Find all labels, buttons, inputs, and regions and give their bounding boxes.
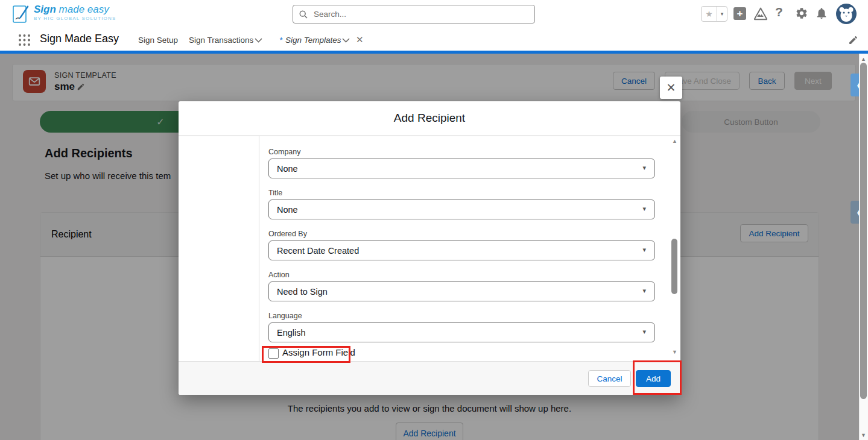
- quick-create-icon[interactable]: +: [733, 7, 746, 20]
- trailhead-icon[interactable]: [753, 6, 768, 22]
- dropdown-caret-icon: ▾: [642, 288, 646, 294]
- page-scrollbar-thumb[interactable]: [860, 63, 867, 399]
- setup-gear-icon[interactable]: [795, 7, 808, 20]
- chevron-down-icon[interactable]: [342, 38, 350, 43]
- modal-scroll-down-icon[interactable]: ▼: [672, 350, 677, 355]
- unsaved-marker: *: [279, 36, 282, 45]
- app-name[interactable]: Sign Made Easy: [40, 33, 119, 45]
- action-label: Action: [268, 271, 290, 279]
- logo-text: Sign made easy BY HIC GLOBAL SOLUTIONS: [34, 4, 116, 21]
- scroll-down-arrow-icon[interactable]: ▼: [861, 432, 866, 438]
- global-search[interactable]: [293, 5, 535, 24]
- favorites-control: ★ ▾: [701, 6, 727, 22]
- screen: Sign made easy BY HIC GLOBAL SOLUTIONS ★…: [0, 0, 868, 440]
- title-select[interactable]: None ▾: [268, 200, 655, 219]
- ordered-by-select[interactable]: Recent Date Created ▾: [268, 240, 655, 260]
- avatar[interactable]: [836, 4, 857, 24]
- logo-title: Sign made easy: [34, 4, 116, 15]
- ordered-by-value: Recent Date Created: [277, 246, 359, 256]
- sign-made-easy-logo-icon: [12, 4, 30, 24]
- annotation-checkbox-highlight: [262, 346, 350, 363]
- action-value: Need to Sign: [277, 287, 328, 297]
- action-select[interactable]: Need to Sign ▾: [268, 281, 655, 301]
- tab-sign-setup[interactable]: Sign Setup: [138, 36, 178, 45]
- search-input[interactable]: [312, 9, 528, 19]
- modal-cancel-button[interactable]: Cancel: [588, 370, 631, 387]
- modal-title: Add Recipient: [179, 101, 680, 136]
- modal-body-divider: [259, 136, 259, 362]
- notification-bell-icon[interactable]: [815, 7, 828, 20]
- add-recipient-modal: Add Recipient Company None ▾ Title None …: [179, 101, 680, 395]
- title-label: Title: [268, 189, 282, 197]
- tab-sign-transactions[interactable]: Sign Transactions: [189, 36, 253, 45]
- dropdown-caret-icon: ▾: [642, 247, 646, 253]
- app-launcher-icon[interactable]: [18, 34, 31, 46]
- search-icon: [299, 10, 308, 19]
- dropdown-caret-icon: ▾: [642, 206, 646, 212]
- favorites-dropdown-icon[interactable]: ▾: [717, 7, 727, 21]
- global-header: Sign made easy BY HIC GLOBAL SOLUTIONS ★…: [0, 0, 868, 28]
- language-value: English: [277, 328, 306, 338]
- annotation-add-button-highlight: [633, 360, 682, 395]
- chevron-down-icon[interactable]: [255, 38, 262, 43]
- help-icon[interactable]: ?: [775, 5, 783, 19]
- scroll-up-arrow-icon[interactable]: ▲: [861, 56, 866, 62]
- modal-scroll-up-icon[interactable]: ▲: [672, 139, 677, 144]
- close-tab-icon[interactable]: ✕: [356, 34, 364, 45]
- ordered-by-label: Ordered By: [268, 230, 307, 238]
- company-select[interactable]: None ▾: [268, 159, 655, 178]
- modal-close-icon[interactable]: ✕: [660, 77, 682, 99]
- logo-subtitle: BY HIC GLOBAL SOLUTIONS: [34, 16, 116, 21]
- tab-sign-templates[interactable]: Sign Templates: [285, 36, 341, 45]
- company-label: Company: [268, 148, 301, 156]
- modal-scrollbar-thumb[interactable]: [671, 239, 677, 294]
- company-value: None: [277, 164, 298, 174]
- edit-nav-pencil-icon[interactable]: [848, 35, 858, 45]
- title-value: None: [277, 205, 298, 215]
- nav-bar: Sign Made Easy Sign Setup Sign Transacti…: [0, 28, 868, 51]
- language-label: Language: [268, 312, 302, 320]
- dropdown-caret-icon: ▾: [642, 165, 646, 171]
- dropdown-caret-icon: ▾: [642, 328, 646, 335]
- favorite-star-icon[interactable]: ★: [702, 7, 717, 21]
- modal-footer: Cancel Add: [179, 361, 680, 395]
- language-select[interactable]: English ▾: [268, 322, 655, 342]
